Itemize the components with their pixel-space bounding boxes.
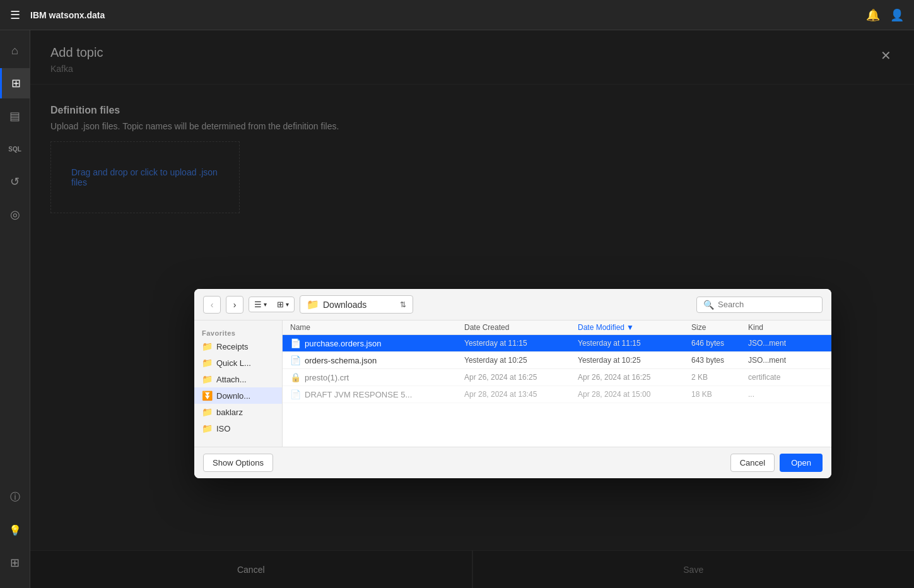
- sidebar: ⌂ ⊞ ▤ SQL ↺ ◎ ⓘ 💡 ⊞: [0, 30, 30, 588]
- location-text: Downloads: [323, 300, 366, 310]
- col-size[interactable]: Size: [691, 323, 748, 332]
- quickl-folder-icon: 📁: [202, 358, 213, 368]
- topnav-right: 🔔 👤: [866, 8, 904, 22]
- file-size-2: 643 bytes: [691, 356, 748, 365]
- sidebar-item-info[interactable]: ⓘ: [0, 482, 30, 512]
- dialog-open-button[interactable]: Open: [780, 454, 823, 472]
- file-kind-3: certificate: [748, 373, 824, 382]
- attach-folder-icon: 📁: [202, 374, 213, 384]
- file-name-text-4: DRAFT JVM RESPONSE 5...: [305, 390, 412, 399]
- sidebar-label-receipts: Receipts: [216, 342, 249, 351]
- file-icon-4: 📄: [290, 389, 301, 399]
- sidebar-label-attach: Attach...: [216, 375, 247, 384]
- sidebar-bottom: ⓘ 💡 ⊞: [0, 482, 30, 578]
- file-size-1: 646 bytes: [691, 339, 748, 348]
- back-button[interactable]: ‹: [203, 296, 221, 314]
- sidebar-item-iso[interactable]: 📁 ISO: [194, 420, 282, 437]
- sidebar-item-downloads[interactable]: ⏬ Downlo...: [194, 387, 282, 404]
- file-size-4: 18 KB: [691, 390, 748, 399]
- sidebar-label-quickl: Quick L...: [216, 358, 251, 368]
- file-row-4[interactable]: 📄 DRAFT JVM RESPONSE 5... Apr 28, 2024 a…: [283, 386, 831, 403]
- footer-right-buttons: Cancel Open: [730, 454, 823, 472]
- menu-icon[interactable]: ☰: [10, 8, 20, 22]
- col-kind[interactable]: Kind: [748, 323, 824, 332]
- file-date-created-3: Apr 26, 2024 at 16:25: [464, 373, 578, 382]
- file-row-1[interactable]: 📄 purchase.orders.json Yesterday at 11:1…: [283, 335, 831, 352]
- file-date-created-2: Yesterday at 10:25: [464, 356, 578, 365]
- col-name-label: Name: [290, 323, 310, 332]
- show-options-button[interactable]: Show Options: [203, 454, 273, 472]
- file-name-text-1: purchase.orders.json: [305, 339, 381, 348]
- col-name[interactable]: Name: [290, 323, 464, 332]
- search-input[interactable]: [718, 300, 816, 309]
- sidebar-item-history[interactable]: ↺: [0, 167, 30, 197]
- file-date-created-1: Yesterday at 11:15: [464, 339, 578, 348]
- file-row-2[interactable]: 📄 orders-schema.json Yesterday at 10:25 …: [283, 352, 831, 369]
- file-dialog-body: Favorites 📁 Receipts 📁 Quick L... 📁 Atta…: [194, 320, 831, 447]
- sort-icon: ▼: [626, 323, 634, 332]
- location-folder-icon: 📁: [307, 298, 319, 310]
- file-date-modified-4: Apr 28, 2024 at 15:00: [578, 390, 691, 399]
- col-date-modified[interactable]: Date Modified ▼: [578, 323, 691, 332]
- col-date-created[interactable]: Date Created: [464, 323, 578, 332]
- file-row-3[interactable]: 🔒 presto(1).crt Apr 26, 2024 at 16:25 Ap…: [283, 369, 831, 386]
- main-area: Add topic Kafka ✕ Definition files Uploa…: [30, 30, 914, 588]
- grid-view-button[interactable]: ⊞ ▾: [272, 297, 294, 312]
- file-date-modified-2: Yesterday at 10:25: [578, 356, 691, 365]
- file-name-text-3: presto(1).crt: [305, 373, 349, 382]
- downloads-folder-icon: ⏬: [202, 391, 213, 401]
- col-date-modified-label: Date Modified: [578, 323, 624, 332]
- sidebar-item-home[interactable]: ⌂: [0, 35, 30, 66]
- file-name-text-2: orders-schema.json: [305, 356, 377, 365]
- location-indicator[interactable]: 📁 Downloads ⇅: [300, 295, 413, 314]
- sidebar-item-baklarz[interactable]: 📁 baklarz: [194, 404, 282, 420]
- file-picker-dialog: ‹ › ☰ ▾ ⊞ ▾ 📁 Downloads ⇅ 🔍 Favorites: [194, 289, 831, 478]
- sidebar-item-sql[interactable]: SQL: [0, 134, 30, 164]
- file-name-4: 📄 DRAFT JVM RESPONSE 5...: [290, 389, 464, 399]
- app-product: watsonx.data: [49, 10, 105, 20]
- app-title: IBM watsonx.data: [30, 10, 105, 20]
- file-list-header: Name Date Created Date Modified ▼ Size K…: [283, 320, 831, 335]
- file-dialog-toolbar: ‹ › ☰ ▾ ⊞ ▾ 📁 Downloads ⇅ 🔍: [194, 289, 831, 320]
- baklarz-folder-icon: 📁: [202, 407, 213, 417]
- user-icon[interactable]: 👤: [890, 8, 904, 22]
- file-name-3: 🔒 presto(1).crt: [290, 372, 464, 382]
- list-view-button[interactable]: ☰ ▾: [249, 297, 272, 312]
- file-kind-4: ...: [748, 390, 824, 399]
- file-size-3: 2 KB: [691, 373, 748, 382]
- sidebar-label-iso: ISO: [216, 424, 230, 433]
- file-kind-1: JSO...ment: [748, 339, 824, 348]
- view-select: ☰ ▾ ⊞ ▾: [249, 297, 295, 312]
- file-date-modified-3: Apr 26, 2024 at 16:25: [578, 373, 691, 382]
- search-icon: 🔍: [703, 300, 714, 310]
- receipts-folder-icon: 📁: [202, 341, 213, 351]
- notification-icon[interactable]: 🔔: [866, 8, 880, 22]
- topnav: ☰ IBM watsonx.data 🔔 👤: [0, 0, 914, 30]
- file-icon-2: 📄: [290, 355, 301, 365]
- sidebar-item-tables[interactable]: ▤: [0, 101, 30, 131]
- sidebar-label-downloads: Downlo...: [216, 391, 250, 401]
- sidebar-item-attach[interactable]: 📁 Attach...: [194, 371, 282, 387]
- sidebar-item-monitor[interactable]: ◎: [0, 199, 30, 230]
- forward-button[interactable]: ›: [226, 296, 243, 314]
- file-list: Name Date Created Date Modified ▼ Size K…: [283, 320, 831, 447]
- sidebar-item-quickl[interactable]: 📁 Quick L...: [194, 355, 282, 371]
- search-field[interactable]: 🔍: [696, 297, 823, 313]
- file-icon-3: 🔒: [290, 372, 301, 382]
- file-icon-1: 📄: [290, 338, 301, 348]
- dialog-cancel-button[interactable]: Cancel: [730, 454, 775, 472]
- sidebar-item-data[interactable]: ⊞: [0, 68, 30, 98]
- sidebar-section-label: Favorites: [194, 326, 282, 338]
- file-name-2: 📄 orders-schema.json: [290, 355, 464, 365]
- iso-folder-icon: 📁: [202, 423, 213, 433]
- location-chevron-icon: ⇅: [400, 300, 406, 309]
- sidebar-item-receipts[interactable]: 📁 Receipts: [194, 338, 282, 355]
- sidebar-item-extensions[interactable]: ⊞: [0, 548, 30, 578]
- sidebar-item-tips[interactable]: 💡: [0, 515, 30, 545]
- col-kind-label: Kind: [748, 323, 763, 332]
- file-name-1: 📄 purchase.orders.json: [290, 338, 464, 348]
- file-date-modified-1: Yesterday at 11:15: [578, 339, 691, 348]
- sidebar-label-baklarz: baklarz: [216, 408, 243, 417]
- col-size-label: Size: [691, 323, 706, 332]
- file-date-created-4: Apr 28, 2024 at 13:45: [464, 390, 578, 399]
